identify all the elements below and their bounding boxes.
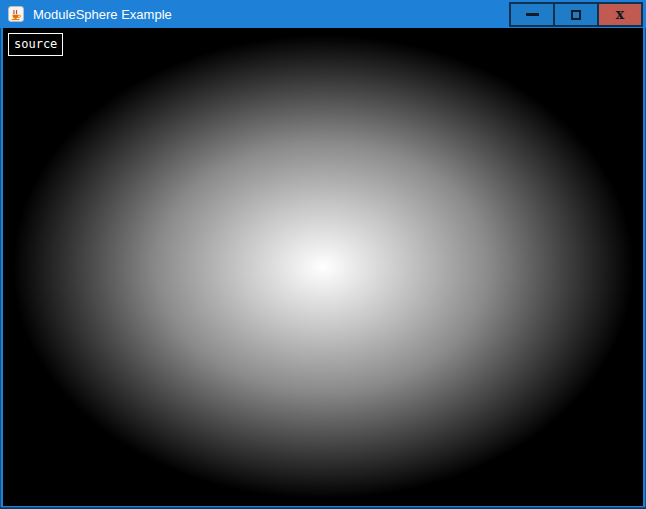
close-icon: x xyxy=(616,7,624,21)
app-window: ModuleSphere Example x source xyxy=(0,0,646,509)
maximize-button[interactable] xyxy=(553,2,599,27)
maximize-icon xyxy=(571,10,581,20)
minimize-button[interactable] xyxy=(509,2,555,27)
java-coffee-cup-icon[interactable] xyxy=(8,6,24,22)
titlebar[interactable]: ModuleSphere Example x xyxy=(0,0,646,28)
window-controls: x xyxy=(509,2,643,27)
close-button[interactable]: x xyxy=(597,2,643,27)
render-viewport[interactable]: source xyxy=(3,28,643,506)
point-light-glow xyxy=(3,28,643,506)
source-button[interactable]: source xyxy=(8,33,63,56)
minimize-icon xyxy=(526,13,539,16)
window-title: ModuleSphere Example xyxy=(33,7,172,22)
